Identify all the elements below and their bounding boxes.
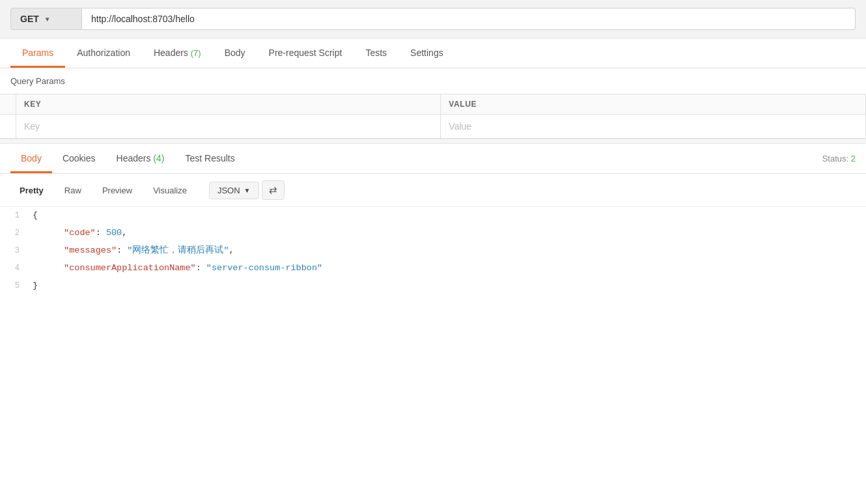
tab-authorization[interactable]: Authorization — [65, 38, 142, 68]
section-divider — [0, 139, 866, 144]
line-number: 4 — [0, 262, 33, 275]
resp-tab-body[interactable]: Body — [10, 144, 52, 173]
row-checkbox — [0, 115, 16, 139]
headers-badge: (7) — [191, 48, 201, 58]
tab-headers[interactable]: Headers (7) — [142, 38, 213, 68]
json-body: 1 { 2 "code": 500, 3 "messages": "网络繁忙，请… — [0, 207, 866, 295]
fmt-tab-visualize[interactable]: Visualize — [144, 182, 196, 199]
method-chevron-icon: ▼ — [44, 16, 51, 23]
dropdown-chevron-icon: ▼ — [244, 187, 251, 194]
url-input[interactable] — [82, 8, 856, 30]
fmt-tab-preview[interactable]: Preview — [93, 182, 141, 199]
fmt-tab-raw[interactable]: Raw — [55, 182, 91, 199]
url-bar: GET ▼ — [0, 0, 866, 38]
request-tabs: Params Authorization Headers (7) Body Pr… — [0, 38, 866, 68]
tab-settings[interactable]: Settings — [398, 38, 455, 68]
resp-tab-headers[interactable]: Headers (4) — [106, 144, 175, 173]
format-dropdown[interactable]: JSON ▼ — [209, 182, 259, 199]
status-info: Status: 2 — [822, 154, 856, 163]
key-col-header: KEY — [16, 94, 441, 115]
resp-tab-cookies[interactable]: Cookies — [52, 144, 106, 173]
line-number: 2 — [0, 227, 33, 240]
query-params-label: Query Params — [0, 68, 866, 94]
format-bar: Pretty Raw Preview Visualize JSON ▼ ⇄ — [0, 174, 866, 207]
checkbox-col-header — [0, 94, 16, 115]
value-cell[interactable] — [441, 115, 866, 139]
resp-tab-test-results[interactable]: Test Results — [175, 144, 245, 173]
key-cell[interactable] — [16, 115, 441, 139]
json-line-1: 1 { — [0, 207, 866, 225]
json-line-5: 5 } — [0, 277, 866, 295]
status-code: 2 — [851, 154, 856, 163]
fmt-tab-pretty[interactable]: Pretty — [10, 182, 53, 199]
format-dropdown-label: JSON — [217, 186, 240, 195]
method-select[interactable]: GET ▼ — [10, 8, 82, 30]
key-input[interactable] — [16, 115, 440, 138]
tab-params[interactable]: Params — [10, 38, 65, 68]
response-tabs: Body Cookies Headers (4) Test Results St… — [0, 144, 866, 174]
wrap-icon: ⇄ — [269, 184, 277, 196]
json-line-3: 3 "messages": "网络繁忙，请稍后再试", — [0, 242, 866, 260]
line-number: 3 — [0, 244, 33, 257]
tab-tests[interactable]: Tests — [354, 38, 398, 68]
params-table: KEY VALUE — [0, 94, 866, 139]
method-label: GET — [20, 14, 39, 24]
line-number: 5 — [0, 279, 33, 292]
resp-headers-badge: (4) — [153, 153, 164, 163]
wrap-button[interactable]: ⇄ — [262, 180, 285, 200]
table-row — [0, 115, 866, 139]
value-input[interactable] — [441, 115, 865, 138]
json-line-2: 2 "code": 500, — [0, 225, 866, 242]
json-line-4: 4 "consumerApplicationName": "server-con… — [0, 260, 866, 277]
tab-body[interactable]: Body — [213, 38, 257, 68]
tab-prerequest[interactable]: Pre-request Script — [257, 38, 354, 68]
line-number: 1 — [0, 209, 33, 222]
value-col-header: VALUE — [441, 94, 866, 115]
